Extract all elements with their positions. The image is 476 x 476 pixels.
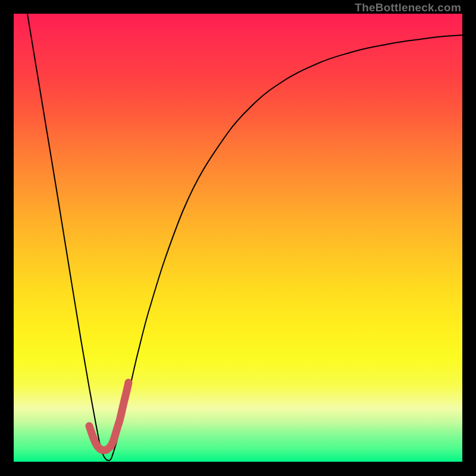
chart-frame: TheBottleneck.com — [0, 0, 476, 476]
bottleneck-curve — [14, 14, 462, 462]
plot-area — [14, 14, 462, 462]
tick-mark-path — [89, 383, 129, 450]
left-curve-path — [27, 14, 109, 461]
right-curve-path — [109, 35, 462, 461]
watermark-text: TheBottleneck.com — [355, 1, 461, 14]
